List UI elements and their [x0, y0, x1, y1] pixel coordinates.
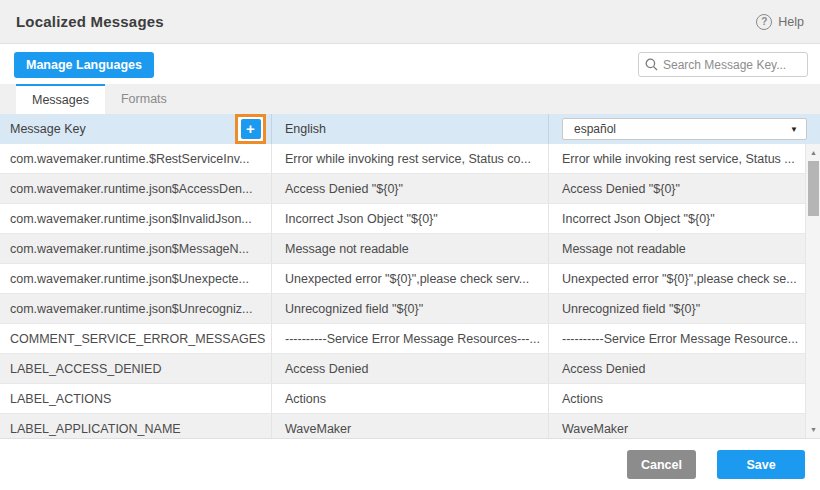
- cell-message-key[interactable]: com.wavemaker.runtime.$RestServiceInv...: [0, 144, 272, 173]
- tabstrip: Messages Formats: [0, 84, 820, 114]
- table-row[interactable]: LABEL_ACCESS_DENIED Access Denied Access…: [0, 354, 805, 384]
- help-button[interactable]: ? Help: [756, 14, 804, 30]
- column-header-language: español ▼: [549, 114, 820, 144]
- cell-message-key[interactable]: COMMENT_SERVICE_ERROR_MESSAGES: [0, 324, 272, 353]
- tab-messages[interactable]: Messages: [16, 84, 105, 114]
- cell-english[interactable]: Error while invoking rest service, Statu…: [272, 144, 549, 173]
- table-row[interactable]: LABEL_APPLICATION_NAME WaveMaker WaveMak…: [0, 414, 805, 438]
- language-select-value: español: [574, 122, 616, 136]
- save-button[interactable]: Save: [717, 450, 805, 479]
- question-circle-icon: ?: [756, 14, 772, 30]
- cell-english[interactable]: Unrecognized field "${0}": [272, 294, 549, 323]
- cell-message-key[interactable]: LABEL_ACCESS_DENIED: [0, 354, 272, 383]
- cell-message-key[interactable]: com.wavemaker.runtime.json$InvalidJson..…: [0, 204, 272, 233]
- table-row[interactable]: com.wavemaker.runtime.json$Unexpecte... …: [0, 264, 805, 294]
- dialog-titlebar: Localized Messages ? Help: [0, 0, 820, 44]
- cell-espanol[interactable]: Unexpected error "${0}",please check se.…: [549, 264, 805, 293]
- search-box[interactable]: [638, 52, 808, 77]
- cell-english[interactable]: Access Denied "${0}": [272, 174, 549, 203]
- cell-espanol[interactable]: Error while invoking rest service, Statu…: [549, 144, 805, 173]
- table-body-rows: com.wavemaker.runtime.$RestServiceInv...…: [0, 144, 805, 438]
- table-scrollbar[interactable]: ▲ ▼: [805, 144, 820, 438]
- scrollbar-up-button[interactable]: ▲: [806, 146, 820, 159]
- cell-espanol[interactable]: Message not readable: [549, 234, 805, 263]
- table-header: Message Key + English español ▼: [0, 114, 820, 144]
- manage-languages-button[interactable]: Manage Languages: [14, 52, 154, 78]
- cell-english[interactable]: Unexpected error "${0}",please check ser…: [272, 264, 549, 293]
- scrollbar-down-button[interactable]: ▼: [806, 423, 820, 436]
- cell-english[interactable]: ----------Service Error Message Resource…: [272, 324, 549, 353]
- table-row[interactable]: com.wavemaker.runtime.$RestServiceInv...…: [0, 144, 805, 174]
- cell-espanol[interactable]: Access Denied "${0}": [549, 174, 805, 203]
- cell-message-key[interactable]: LABEL_APPLICATION_NAME: [0, 414, 272, 438]
- cell-espanol[interactable]: ----------Service Error Message Resource…: [549, 324, 805, 353]
- cancel-button[interactable]: Cancel: [627, 450, 696, 479]
- cell-english[interactable]: WaveMaker: [272, 414, 549, 438]
- column-header-message-key: Message Key +: [0, 114, 272, 144]
- dialog-footer: Cancel Save: [0, 438, 820, 490]
- cell-espanol[interactable]: Incorrect Json Object "${0}": [549, 204, 805, 233]
- table-row[interactable]: com.wavemaker.runtime.json$Unrecogniz...…: [0, 294, 805, 324]
- add-message-button[interactable]: +: [241, 119, 261, 139]
- language-select[interactable]: español ▼: [562, 118, 807, 140]
- table-row[interactable]: COMMENT_SERVICE_ERROR_MESSAGES ---------…: [0, 324, 805, 354]
- cell-espanol[interactable]: Access Denied: [549, 354, 805, 383]
- plus-icon: +: [246, 120, 255, 138]
- scrollbar-thumb[interactable]: [808, 161, 819, 216]
- cell-english[interactable]: Access Denied: [272, 354, 549, 383]
- cell-espanol[interactable]: WaveMaker: [549, 414, 805, 438]
- cell-english[interactable]: Incorrect Json Object "${0}": [272, 204, 549, 233]
- table-row[interactable]: com.wavemaker.runtime.json$MessageN... M…: [0, 234, 805, 264]
- page-title: Localized Messages: [16, 13, 164, 30]
- cell-message-key[interactable]: com.wavemaker.runtime.json$Unexpecte...: [0, 264, 272, 293]
- table-row[interactable]: LABEL_ACTIONS Actions Actions: [0, 384, 805, 414]
- help-label: Help: [778, 15, 804, 29]
- localized-messages-dialog: Localized Messages ? Help Manage Languag…: [0, 0, 820, 490]
- add-message-highlight: +: [235, 114, 266, 144]
- cell-message-key[interactable]: com.wavemaker.runtime.json$MessageN...: [0, 234, 272, 263]
- tab-formats[interactable]: Formats: [105, 84, 183, 114]
- column-header-english: English: [272, 114, 549, 144]
- cell-english[interactable]: Actions: [272, 384, 549, 413]
- table-row[interactable]: com.wavemaker.runtime.json$AccessDen... …: [0, 174, 805, 204]
- cell-espanol[interactable]: Actions: [549, 384, 805, 413]
- search-input[interactable]: [663, 58, 801, 72]
- toolbar: Manage Languages: [0, 45, 820, 84]
- cell-espanol[interactable]: Unrecognized field "${0}": [549, 294, 805, 323]
- cell-english[interactable]: Message not readable: [272, 234, 549, 263]
- cell-message-key[interactable]: LABEL_ACTIONS: [0, 384, 272, 413]
- search-icon: [645, 58, 658, 71]
- table-row[interactable]: com.wavemaker.runtime.json$InvalidJson..…: [0, 204, 805, 234]
- table-body: com.wavemaker.runtime.$RestServiceInv...…: [0, 144, 820, 438]
- cell-message-key[interactable]: com.wavemaker.runtime.json$AccessDen...: [0, 174, 272, 203]
- dropdown-caret-icon: ▼: [790, 125, 798, 134]
- cell-message-key[interactable]: com.wavemaker.runtime.json$Unrecogniz...: [0, 294, 272, 323]
